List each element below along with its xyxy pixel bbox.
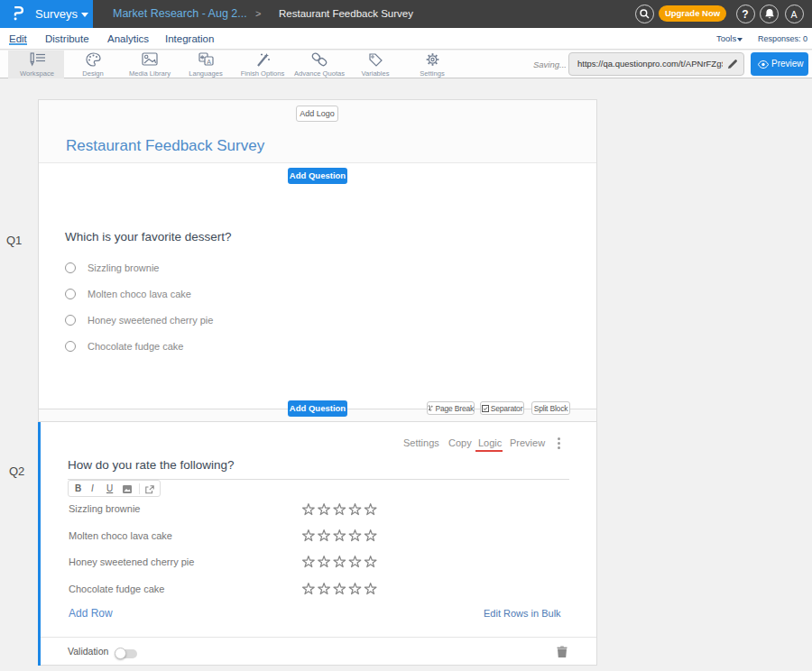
svg-text:A: A: [207, 59, 211, 65]
